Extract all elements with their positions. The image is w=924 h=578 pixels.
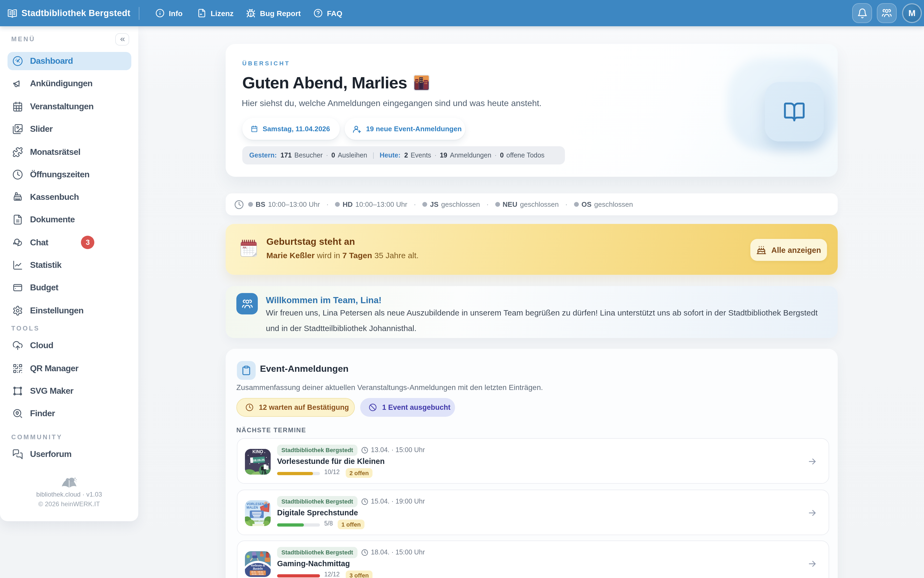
- svg-text:KINO: KINO: [252, 450, 263, 454]
- svg-text:ANMELDEN: ANMELDEN: [252, 520, 265, 522]
- svg-text:VORLESEN &: VORLESEN &: [247, 502, 267, 506]
- svg-text:Basteln: Basteln: [252, 567, 263, 570]
- svg-text:16.03. / 20.04.: 16.03. / 20.04.: [252, 573, 264, 575]
- svg-text:JUL: JUL: [242, 246, 247, 249]
- svg-text:MALEN: MALEN: [247, 506, 258, 510]
